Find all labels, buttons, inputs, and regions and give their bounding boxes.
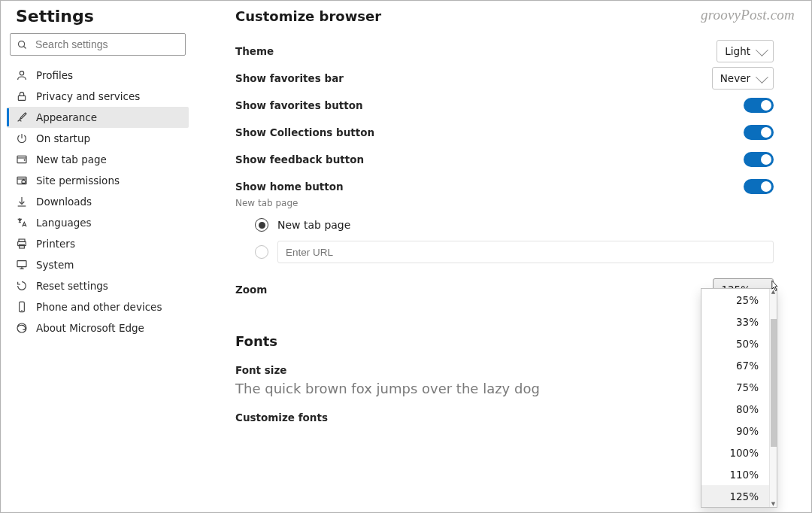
- power-icon: [16, 132, 28, 144]
- zoom-option[interactable]: 100%: [701, 442, 769, 463]
- svg-rect-8: [22, 181, 26, 183]
- home-button-label: Show home button: [235, 181, 344, 193]
- theme-label: Theme: [235, 45, 274, 57]
- fonts-heading: Fonts: [235, 333, 774, 349]
- sidebar-item-label: Printers: [36, 238, 75, 250]
- svg-rect-3: [18, 96, 25, 100]
- favorites-bar-label: Show favorites bar: [235, 72, 344, 84]
- sidebar-item-label: New tab page: [36, 153, 107, 165]
- search-icon: [17, 39, 28, 50]
- zoom-option[interactable]: 50%: [701, 332, 769, 354]
- sidebar-item-label: Downloads: [36, 196, 92, 208]
- sidebar-item-label: Privacy and services: [36, 90, 140, 102]
- dropdown-scrollbar[interactable]: ▲ ▼: [769, 289, 777, 507]
- sidebar-item-label: Reset settings: [36, 280, 108, 292]
- font-size-label: Font size: [235, 364, 774, 376]
- perm-icon: [16, 175, 28, 187]
- favorites-button-label: Show favorites button: [235, 99, 363, 111]
- sidebar-item-label: On startup: [36, 132, 90, 144]
- search-box[interactable]: [10, 33, 186, 56]
- newtab-icon: [16, 153, 28, 165]
- printer-icon: [16, 238, 28, 250]
- settings-title: Settings: [16, 7, 189, 26]
- home-newtab-radio[interactable]: [255, 218, 268, 232]
- sidebar-item-profiles[interactable]: Profiles: [7, 65, 189, 86]
- profile-icon: [16, 69, 28, 81]
- sidebar-item-label: Phone and other devices: [36, 301, 162, 313]
- watermark-text: groovyPost.com: [701, 7, 795, 23]
- svg-rect-12: [17, 261, 26, 267]
- sidebar-item-printers[interactable]: Printers: [7, 233, 189, 254]
- home-button-toggle[interactable]: [744, 179, 774, 194]
- zoom-label: Zoom: [235, 284, 267, 296]
- zoom-options-list: 25%33%50%67%75%80%90%100%110%125%: [701, 289, 777, 507]
- zoom-dropdown-panel: 25%33%50%67%75%80%90%100%110%125% ▲ ▼: [701, 288, 777, 508]
- sidebar-item-appearance[interactable]: Appearance: [7, 107, 189, 128]
- favorites-bar-dropdown[interactable]: Never: [712, 67, 774, 90]
- svg-point-2: [20, 71, 23, 75]
- edge-icon: [16, 322, 28, 334]
- sidebar-item-system[interactable]: System: [7, 254, 189, 275]
- chevron-down-icon: [756, 44, 768, 56]
- sidebar-item-label: Profiles: [36, 69, 73, 81]
- settings-sidebar: Settings ProfilesPrivacy and servicesApp…: [1, 1, 196, 512]
- sidebar-item-label: System: [36, 259, 74, 271]
- svg-point-0: [19, 41, 25, 47]
- search-input[interactable]: [35, 38, 179, 50]
- svg-line-1: [24, 46, 26, 48]
- sidebar-item-label: Site permissions: [36, 175, 120, 187]
- zoom-option[interactable]: 110%: [701, 463, 769, 485]
- sidebar-item-privacy-and-services[interactable]: Privacy and services: [7, 86, 189, 107]
- zoom-option[interactable]: 67%: [701, 354, 769, 376]
- lang-icon: [16, 217, 28, 229]
- customize-fonts-label[interactable]: Customize fonts: [235, 411, 774, 423]
- sidebar-item-downloads[interactable]: Downloads: [7, 191, 189, 212]
- home-button-sublabel: New tab page: [235, 198, 774, 208]
- home-url-radio[interactable]: [255, 245, 268, 259]
- customize-browser-heading: Customize browser: [235, 8, 774, 24]
- sidebar-item-label: Appearance: [36, 111, 97, 123]
- system-icon: [16, 259, 28, 271]
- download-icon: [16, 196, 28, 208]
- theme-value: Light: [725, 45, 750, 57]
- zoom-option[interactable]: 90%: [701, 420, 769, 442]
- home-newtab-radio-label: New tab page: [277, 219, 350, 231]
- sidebar-item-label: Languages: [36, 217, 92, 229]
- phone-icon: [16, 301, 28, 313]
- favorites-bar-value: Never: [720, 72, 750, 84]
- home-url-input[interactable]: [277, 241, 774, 263]
- sidebar-item-on-startup[interactable]: On startup: [7, 128, 189, 149]
- collections-button-toggle[interactable]: [744, 125, 774, 140]
- collections-button-label: Show Collections button: [235, 126, 374, 138]
- font-sample-text: The quick brown fox jumps over the lazy …: [235, 381, 774, 396]
- reset-icon: [16, 280, 28, 292]
- sidebar-item-site-permissions[interactable]: Site permissions: [7, 170, 189, 191]
- zoom-option[interactable]: 75%: [701, 376, 769, 398]
- sidebar-item-about-microsoft-edge[interactable]: About Microsoft Edge: [7, 317, 189, 338]
- sidebar-item-languages[interactable]: Languages: [7, 212, 189, 233]
- paint-icon: [16, 111, 28, 123]
- scroll-up-icon[interactable]: ▲: [770, 288, 777, 296]
- lock-icon: [16, 90, 28, 102]
- chevron-down-icon: [756, 71, 768, 83]
- sidebar-item-new-tab-page[interactable]: New tab page: [7, 149, 189, 170]
- feedback-button-label: Show feedback button: [235, 153, 364, 165]
- scroll-thumb[interactable]: [771, 319, 777, 447]
- favorites-button-toggle[interactable]: [744, 98, 774, 113]
- sidebar-item-phone-and-other-devices[interactable]: Phone and other devices: [7, 296, 189, 317]
- svg-rect-11: [20, 244, 25, 248]
- zoom-option[interactable]: 25%: [701, 289, 769, 311]
- sidebar-item-label: About Microsoft Edge: [36, 322, 144, 334]
- feedback-button-toggle[interactable]: [744, 152, 774, 167]
- scroll-down-icon[interactable]: ▼: [770, 500, 777, 508]
- nav-list: ProfilesPrivacy and servicesAppearanceOn…: [7, 65, 189, 338]
- zoom-option[interactable]: 125%: [701, 485, 769, 507]
- zoom-option[interactable]: 33%: [701, 311, 769, 332]
- zoom-option[interactable]: 80%: [701, 398, 769, 420]
- sidebar-item-reset-settings[interactable]: Reset settings: [7, 275, 189, 296]
- theme-dropdown[interactable]: Light: [717, 40, 774, 62]
